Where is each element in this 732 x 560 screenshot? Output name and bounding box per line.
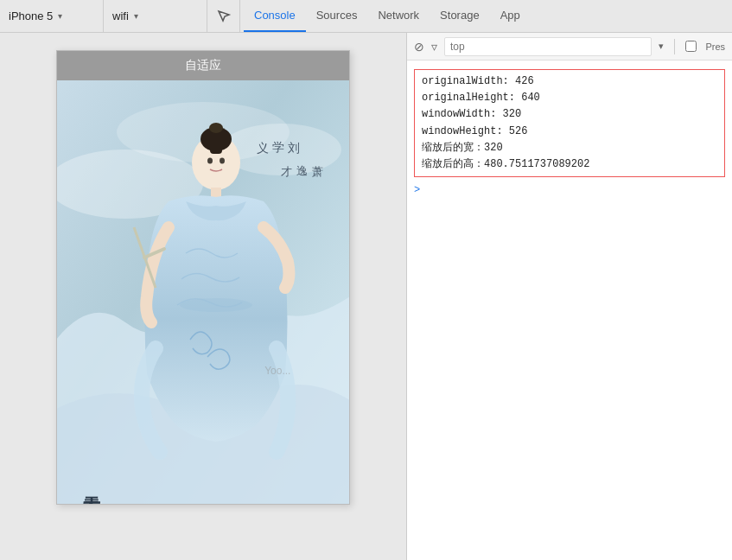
filter-dropdown-icon[interactable]: ▾ [659,41,664,52]
preserve-log-label: Pres [705,41,725,52]
tab-network[interactable]: Network [367,0,430,32]
inspector-icon[interactable] [207,0,240,33]
device-dropdown-icon: ▾ [58,11,62,21]
log-line-4: 缩放后的宽：320 [422,140,717,156]
phone-frame: 自适应 [56,50,350,505]
log-line-3: windowHeight: 526 [422,124,717,140]
device-preview: 自适应 [0,33,406,560]
filter-icon[interactable]: ▿ [431,40,437,54]
svg-point-13 [180,298,252,312]
console-content: originalWidth: 426 originalHeight: 640 w… [407,60,732,560]
tab-sources[interactable]: Sources [306,0,368,32]
device-name: iPhone 5 [9,10,53,22]
phone-header: 自适应 [57,51,349,80]
devtools-toolbar: Console Sources Network Storage App [207,0,732,32]
phone-image-area: 刘 学 义 萧 逸 才 青云志 Yoo... [57,80,349,504]
console-toolbar: ⊘ ▿ ▾ Pres [407,33,732,60]
wifi-dropdown-icon: ▾ [134,11,138,21]
console-log-box: originalWidth: 426 originalHeight: 640 w… [414,69,725,177]
main-content: 自适应 [0,33,732,560]
top-bar: iPhone 5 ▾ wifi ▾ Console Sources Networ… [0,0,732,33]
log-line-0: originalWidth: 426 [422,73,717,90]
log-line-5: 缩放后的高：480.7511737089202 [422,156,717,173]
tab-storage[interactable]: Storage [430,0,490,32]
no-entry-icon[interactable]: ⊘ [414,40,424,54]
console-prompt[interactable]: > [407,182,732,198]
preserve-log-checkbox[interactable] [685,41,697,52]
watermark: Yoo... [264,365,290,377]
character-name-text: 刘 学 义 [256,131,302,133]
device-selector[interactable]: iPhone 5 ▾ [0,0,104,32]
divider [674,39,675,54]
wifi-name: wifi [112,10,129,22]
devtools-panel: ⊘ ▿ ▾ Pres originalWidth: 426 originalHe… [406,33,732,560]
tab-console[interactable]: Console [244,0,306,32]
svg-point-7 [209,123,223,133]
log-line-2: windowWidth: 320 [422,106,717,123]
svg-point-8 [207,158,213,164]
tab-app[interactable]: App [490,0,531,32]
svg-point-9 [220,158,225,164]
page-title: 自适应 [185,58,221,72]
wifi-selector[interactable]: wifi ▾ [104,0,207,32]
log-line-1: originalHeight: 640 [422,90,717,106]
devtools-tabs: Console Sources Network Storage App [240,0,534,32]
filter-input[interactable] [444,37,652,56]
